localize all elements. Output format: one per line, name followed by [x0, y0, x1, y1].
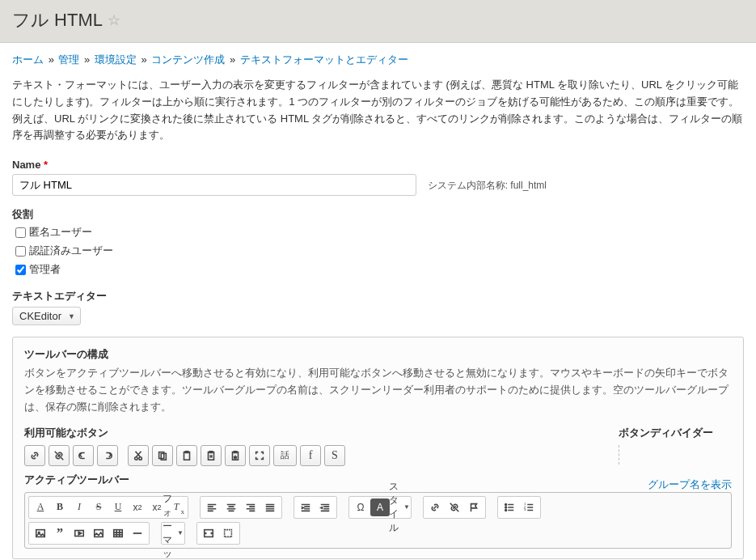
role-label-admin: 管理者 — [29, 263, 61, 275]
media-icon[interactable] — [70, 524, 89, 542]
indent-left-icon[interactable] — [315, 498, 335, 516]
redo-icon[interactable] — [97, 445, 118, 466]
divider-label: ボタンディバイダー — [619, 426, 732, 440]
align-left-icon[interactable] — [202, 498, 222, 516]
image-icon[interactable] — [31, 524, 50, 542]
breadcrumb-sep: » — [49, 53, 54, 66]
removeformat-icon[interactable]: Tx — [167, 498, 186, 516]
table-icon[interactable] — [108, 524, 128, 542]
breadcrumb-sep: » — [141, 53, 147, 66]
available-buttons: 話 f S — [24, 445, 594, 466]
breadcrumb-sep: » — [230, 53, 235, 66]
specialchar-icon[interactable]: Ω — [351, 498, 370, 516]
machine-name-value: full_html — [510, 180, 547, 191]
config-desc: ボタンをアクティブツールバーへ移動させると有効になり、利用可能なボタンへ移動させ… — [24, 365, 732, 415]
cut-icon[interactable] — [128, 445, 149, 466]
role-label-anon: 匿名ユーザー — [29, 226, 92, 238]
color-bg-icon[interactable]: A — [370, 498, 390, 516]
flag-icon[interactable] — [464, 498, 484, 516]
toolbar-config-panel: ツールバーの構成 ボタンをアクティブツールバーへ移動させると有効になり、利用可能… — [12, 337, 744, 558]
picture-icon[interactable] — [89, 524, 108, 542]
paste-word-icon[interactable] — [225, 445, 246, 466]
svg-point-11 — [505, 507, 507, 508]
underline-icon[interactable]: U — [108, 498, 128, 516]
page-title-text: フル HTML — [12, 8, 103, 32]
svg-rect-20 — [114, 529, 123, 537]
config-title: ツールバーの構成 — [24, 347, 732, 362]
maximize-icon[interactable] — [249, 445, 270, 466]
svg-text:3: 3 — [524, 507, 526, 511]
breadcrumb-sep: » — [84, 53, 90, 66]
align-center-icon[interactable] — [222, 498, 241, 516]
align-right-icon[interactable] — [241, 498, 260, 516]
role-checkbox-auth[interactable] — [15, 246, 26, 257]
style-dropdown-label: スタイル — [389, 480, 399, 535]
breadcrumb-item[interactable]: 環境設定 — [95, 53, 137, 66]
active-toolbar: A B I S U x2 x2 Tx — [24, 492, 732, 549]
machine-name: システム内部名称: full_html — [428, 180, 547, 191]
paste-icon[interactable] — [176, 445, 197, 466]
lang-icon[interactable]: 話 — [273, 445, 297, 466]
italic-icon[interactable]: I — [70, 498, 89, 516]
page-title: フル HTML ☆ — [12, 8, 744, 32]
unlink2-icon[interactable] — [445, 498, 464, 516]
copy-icon[interactable] — [152, 445, 173, 466]
hr-icon[interactable] — [128, 524, 147, 542]
arrow-down-icon: ▼ — [68, 312, 75, 320]
role-label-auth: 認証済みユーザー — [29, 244, 113, 257]
svg-point-1 — [139, 457, 142, 460]
editor-label: テキストエディター — [12, 289, 744, 303]
name-input[interactable] — [12, 174, 416, 196]
editor-select-value: CKEditor — [19, 310, 61, 322]
bullet-list-icon[interactable] — [500, 498, 519, 516]
svg-point-0 — [135, 457, 138, 460]
format-dropdown[interactable]: フォーマット▼ — [163, 524, 183, 542]
role-checkbox-admin[interactable] — [15, 265, 26, 275]
show-groups-link[interactable]: グループ名を表示 — [648, 478, 732, 490]
required-marker: * — [44, 159, 48, 171]
style-dropdown[interactable]: スタイル▼ — [390, 498, 409, 516]
fullscreen-icon[interactable] — [218, 524, 238, 542]
link-icon[interactable] — [24, 445, 45, 466]
align-justify-icon[interactable] — [260, 498, 280, 516]
machine-name-prefix: システム内部名称: — [428, 180, 508, 191]
paste-text-icon[interactable] — [201, 445, 222, 466]
star-icon[interactable]: ☆ — [108, 11, 120, 29]
arrow-down-icon: ▼ — [177, 529, 184, 537]
font-f-icon[interactable]: f — [300, 445, 321, 466]
link2-icon[interactable] — [425, 498, 445, 516]
number-list-icon[interactable]: 123 — [519, 498, 538, 516]
arrow-down-icon: ▼ — [403, 503, 410, 511]
svg-point-10 — [505, 503, 507, 505]
strike-icon[interactable]: S — [89, 498, 108, 516]
font-s-icon[interactable]: S — [324, 445, 345, 466]
breadcrumb-item[interactable]: 管理 — [58, 53, 79, 66]
active-label: アクティブツールバー — [24, 473, 129, 487]
svg-rect-16 — [36, 529, 45, 537]
breadcrumb: ホーム » 管理 » 環境設定 » コンテンツ作成 » テキストフォーマットとエ… — [12, 53, 744, 67]
svg-point-12 — [505, 509, 507, 511]
breadcrumb-item[interactable]: テキストフォーマットとエディター — [240, 53, 408, 66]
undo-icon[interactable] — [73, 445, 94, 466]
source-icon[interactable] — [199, 524, 218, 542]
underline-a-icon[interactable]: A — [31, 498, 50, 516]
available-label: 利用可能なボタン — [24, 426, 594, 440]
role-checkbox-anon[interactable] — [15, 227, 26, 238]
superscript-icon[interactable]: x2 — [128, 498, 147, 516]
name-label: Name * — [12, 159, 744, 171]
svg-rect-22 — [225, 529, 232, 537]
unlink-icon[interactable] — [49, 445, 70, 466]
editor-select[interactable]: CKEditor ▼ — [12, 307, 81, 325]
breadcrumb-item[interactable]: ホーム — [12, 53, 44, 66]
divider-preview[interactable] — [619, 445, 732, 465]
bold-icon[interactable]: B — [50, 498, 70, 516]
breadcrumb-item[interactable]: コンテンツ作成 — [151, 53, 225, 66]
intro-text: テキスト・フォーマットには、ユーザー入力の表示を変更するフィルターが含まれていま… — [12, 77, 744, 144]
indent-right-icon[interactable] — [296, 498, 315, 516]
roles-label: 役割 — [12, 207, 744, 222]
quote-icon[interactable]: ” — [50, 524, 70, 542]
name-label-text: Name — [12, 159, 40, 171]
